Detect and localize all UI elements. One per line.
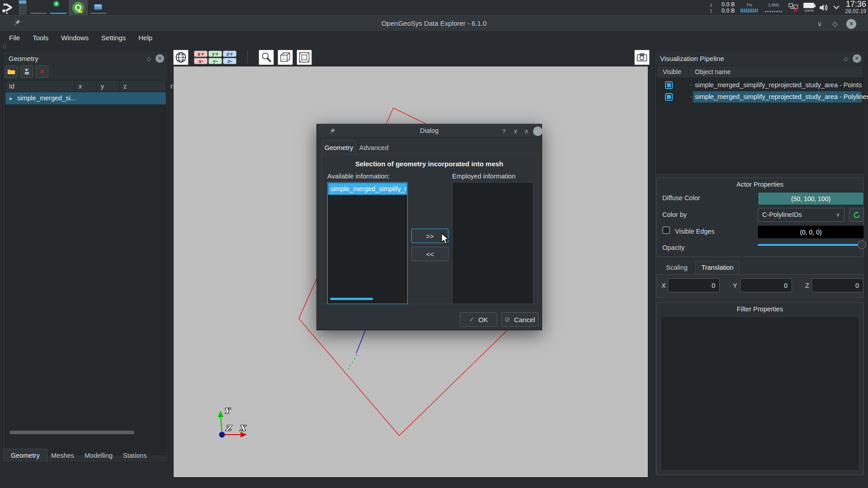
refresh-button[interactable] [849,208,864,222]
column-id[interactable]: Id [5,80,75,92]
pipeline-row-points[interactable]: simple_merged_simplify_reprojected_study… [657,80,863,91]
battery-percent: 100% [804,9,813,13]
remove-button[interactable]: ✕ [36,66,48,78]
menu-help[interactable]: Help [132,33,159,43]
clock-widget[interactable]: 17:36 28.02.19 [845,0,866,15]
available-item-selected[interactable]: simple_merged_simplify_repr [328,183,407,195]
cpu-monitor-widget[interactable]: 7% [739,3,759,12]
view-y-minus-button[interactable]: y- [208,58,222,64]
dialog-tab-geometry[interactable]: Geometry [322,141,355,155]
minimize-icon[interactable]: ∨ [815,19,825,29]
pipeline-item-label[interactable]: simple_merged_simplify_reprojected_study… [695,80,862,91]
menu-tools[interactable]: Tools [26,33,55,43]
close-dock-icon[interactable]: ✕ [156,54,164,63]
column-x[interactable]: x [75,80,97,92]
cancel-button[interactable]: ⊘ Cancel [501,312,538,327]
save-button[interactable] [20,66,33,78]
geometry-row-selected[interactable]: ▸ simple_merged_si... [5,92,166,104]
dialog-tab-advanced[interactable]: Advanced [355,141,392,155]
menu-file[interactable]: File [3,33,26,43]
dialog-titlebar[interactable]: Dialog ? ∨ ∧ ✕ [317,124,542,137]
maximize-icon[interactable]: ◇ [830,19,840,29]
pipeline-dock-title: Visualization Pipeline [660,55,724,62]
column-y[interactable]: y [97,80,119,92]
menu-settings[interactable]: Settings [95,33,132,43]
available-info-list[interactable]: simple_merged_simplify_repr [327,182,408,304]
edge-color-button[interactable]: (0, 0, 0) [758,225,864,239]
view-x-minus-button[interactable]: x- [194,58,208,64]
float-dock-icon[interactable]: ◇ [145,55,152,62]
expander-icon[interactable]: ▸ [9,92,13,104]
pipeline-item-label[interactable]: simple_merged_simplify_reprojected_study… [695,91,868,103]
view-z-minus-button[interactable]: z- [223,58,236,64]
employed-info-list[interactable] [452,182,533,304]
pager-desktop-2[interactable] [19,4,26,7]
tab-stations[interactable]: Stations [115,449,154,462]
tab-meshes[interactable]: Meshes [43,449,82,462]
horizontal-scrollbar[interactable] [9,431,134,434]
pager-desktop-4[interactable] [19,11,26,14]
y-label: Y [733,282,737,289]
volume-icon[interactable] [819,3,829,12]
visible-checkbox-checked[interactable] [665,93,673,101]
network-speed-widget[interactable]: ↓ 0.0 B ↑ 0.0 B [708,1,735,14]
tray-expander-chevron-icon[interactable] [833,5,840,9]
view-z-plus-button[interactable]: z+ [223,51,236,57]
open-file-button[interactable] [5,66,18,78]
ortho-view-button[interactable] [297,50,312,65]
screenshot-button[interactable] [634,50,650,65]
menu-windows[interactable]: Windows [55,33,95,43]
help-icon[interactable]: ? [500,127,508,136]
toolbar-grip-handle[interactable] [4,44,6,49]
task-button-2[interactable]: + [49,0,68,15]
pipeline-row-polylines[interactable]: simple_merged_simplify_reprojected_study… [657,91,863,103]
diffuse-color-button[interactable]: (50, 100, 100) [758,192,864,205]
view-x-plus-button[interactable]: x+ [194,51,208,57]
chevron-down-icon: ∨ [836,208,840,221]
column-divider [689,67,689,77]
visible-edges-checkbox[interactable] [662,226,670,234]
color-by-combobox[interactable]: C-PolylineIDs ∨ [758,208,844,222]
pager-desktop-1[interactable] [19,0,26,4]
slider-handle[interactable] [858,240,866,249]
tab-modelling[interactable]: Modelling [77,449,120,462]
move-left-button[interactable]: << [411,247,448,261]
memory-monitor-widget[interactable]: 1.05G [764,3,783,12]
column-visible[interactable]: Visible [663,66,681,78]
network-disconnected-icon[interactable] [788,3,799,13]
opacity-slider[interactable] [657,238,863,252]
app-launcher-icon[interactable] [2,1,14,14]
column-object-name[interactable]: Object name [695,66,731,78]
shade-down-icon[interactable]: ∨ [511,127,520,136]
visible-edges-label: Visible Edges [675,228,715,235]
visible-checkbox-checked[interactable] [665,81,673,89]
shade-up-icon[interactable]: ∧ [522,127,531,136]
slider-track[interactable] [758,244,865,246]
ok-button[interactable]: ✓ OK [460,312,497,327]
close-dock-icon[interactable]: ✕ [853,54,861,63]
list-horizontal-scrollbar[interactable] [330,298,373,300]
x-input[interactable] [668,278,720,292]
battery-widget[interactable]: 100% [803,3,814,13]
z-input[interactable] [811,278,863,292]
virtual-desktop-pager[interactable] [19,0,26,14]
task-button-3[interactable] [89,0,108,15]
zoom-button[interactable] [259,50,274,65]
diffuse-color-label: Diffuse Color [662,194,700,202]
perspective-view-button[interactable] [278,50,293,65]
view-y-plus-button[interactable]: y+ [208,51,222,57]
task-button-1[interactable] [29,0,48,15]
tab-translation[interactable]: Translation [695,261,740,274]
task-button-qgis[interactable]: Q [69,0,88,15]
close-icon[interactable]: ✕ [846,19,856,29]
dialog-close-icon[interactable]: ✕ [533,127,542,136]
window-titlebar[interactable]: OpenGeoSys Data Explorer - 6.1.0 ∨ ◇ ✕ [0,15,868,32]
globe-view-button[interactable] [173,50,189,65]
tab-scaling[interactable]: Scaling [658,261,695,274]
float-dock-icon[interactable]: ◇ [842,55,849,62]
column-z[interactable]: z [119,80,166,92]
desktop: + Q ↓ 0.0 B ↑ 0.0 B 7% 1.05G [0,0,868,488]
y-input[interactable] [740,278,792,292]
tab-geometry[interactable]: Geometry [3,449,47,462]
pager-desktop-3[interactable] [19,8,26,11]
